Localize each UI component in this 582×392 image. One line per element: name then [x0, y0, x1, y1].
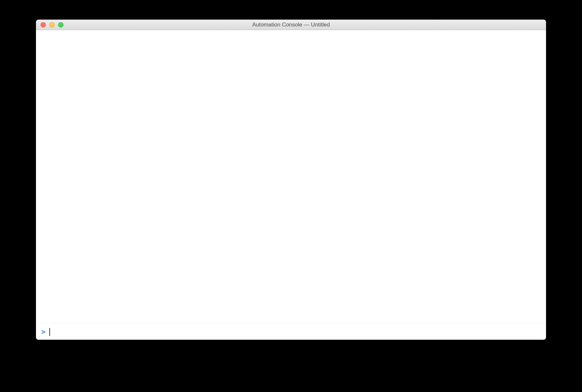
- minimize-button[interactable]: [49, 22, 55, 27]
- console-input-bar[interactable]: >: [36, 323, 546, 340]
- console-input[interactable]: [50, 328, 541, 335]
- window: Automation Console — Untitled >: [36, 20, 546, 340]
- prompt-icon: >: [41, 328, 45, 335]
- window-title: Automation Console — Untitled: [36, 22, 546, 28]
- traffic-lights: [36, 22, 63, 27]
- close-button[interactable]: [41, 22, 46, 27]
- console-output[interactable]: [36, 30, 546, 323]
- titlebar[interactable]: Automation Console — Untitled: [36, 20, 546, 30]
- zoom-button[interactable]: [58, 22, 63, 27]
